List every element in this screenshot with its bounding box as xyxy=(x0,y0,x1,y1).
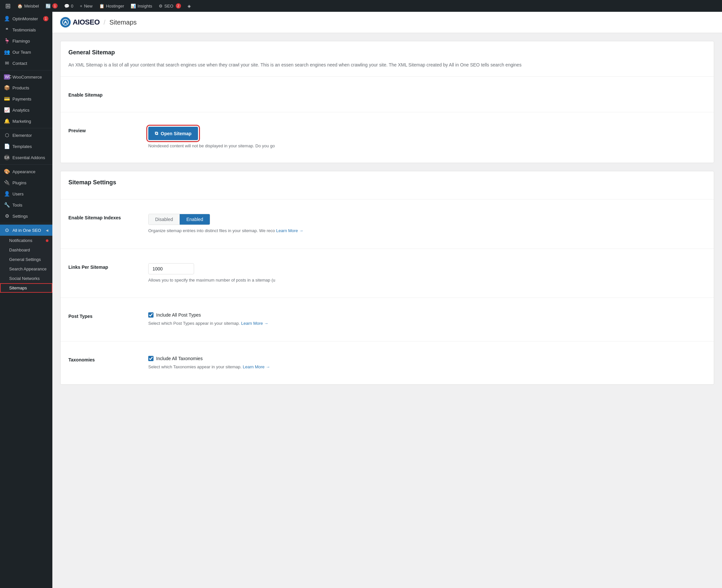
submenu-social-networks[interactable]: Social Networks xyxy=(0,274,52,283)
post-types-label: Post Types xyxy=(68,312,141,319)
main-content: AIOSEO / Sitemaps General Sitemap An XML… xyxy=(52,12,722,588)
sitemap-indexes-learn-more[interactable]: Learn More → xyxy=(276,228,303,233)
enable-sitemap-label: Enable Sitemap xyxy=(68,91,141,98)
woocommerce-icon: WC xyxy=(4,74,10,80)
sitemap-indexes-disabled-button[interactable]: Disabled xyxy=(149,214,180,225)
plugins-icon: 🔌 xyxy=(4,180,10,186)
submenu-search-appearance[interactable]: Search Appearance xyxy=(0,264,52,274)
preview-row: Preview ⧉ Open Sitemap Noindexed content… xyxy=(68,120,706,155)
links-per-sitemap-row: Links Per Sitemap Allows you to specify … xyxy=(68,257,706,290)
adminbar-wp-logo[interactable]: ⊞ xyxy=(3,0,14,12)
sidebar-item-elementor[interactable]: ⬡ Elementor xyxy=(0,130,52,141)
submenu-notifications[interactable]: Notifications xyxy=(0,236,52,245)
adminbar-updates[interactable]: 🔄 1 xyxy=(43,0,60,12)
submenu-general-settings[interactable]: General Settings xyxy=(0,255,52,264)
sidebar-item-payments[interactable]: 💳 Payments xyxy=(0,93,52,104)
taxonomies-checkbox[interactable] xyxy=(148,356,153,361)
sidebar-item-tools[interactable]: 🔧 Tools xyxy=(0,200,52,211)
links-per-sitemap-description: Allows you to specify the maximum number… xyxy=(148,277,706,284)
taxonomies-label: Taxonomies xyxy=(68,356,141,362)
general-sitemap-title: General Sitemap xyxy=(68,49,706,56)
page-title: Sitemaps xyxy=(109,19,136,26)
testimonials-icon: ❝ xyxy=(4,27,10,33)
adminbar-site-name[interactable]: 🏠 Meisbel xyxy=(15,0,42,12)
appearance-icon: 🎨 xyxy=(4,169,10,174)
adminbar-comments[interactable]: 💬 0 xyxy=(62,0,76,12)
sitemap-indexes-description: Organize sitemap entries into distinct f… xyxy=(148,228,706,234)
marketing-icon: 🔔 xyxy=(4,118,10,124)
taxonomies-row: Taxonomies Include All Taxonomies Select… xyxy=(68,349,706,377)
elementor-icon: ⬡ xyxy=(4,132,10,138)
submenu-sitemaps[interactable]: Sitemaps xyxy=(0,283,52,293)
post-types-checkbox-label: Include All Post Types xyxy=(156,312,201,318)
essential-addons-icon: EA xyxy=(4,154,10,161)
sidebar: 👤 OptinMonster 1 ❝ Testimonials 🦩 Flamin… xyxy=(0,12,52,588)
submenu-dashboard[interactable]: Dashboard xyxy=(0,245,52,255)
flamingo-icon: 🦩 xyxy=(4,38,10,44)
tools-icon: 🔧 xyxy=(4,202,10,208)
sitemap-indexes-label: Enable Sitemap Indexes xyxy=(68,214,141,220)
taxonomies-checkbox-row: Include All Taxonomies xyxy=(148,356,706,361)
aioseo-logo: AIOSEO xyxy=(60,17,100,27)
post-types-checkbox-row: Include All Post Types xyxy=(148,312,706,318)
aioseo-logo-icon xyxy=(60,17,71,27)
aioseo-icon: ⊙ xyxy=(4,227,10,233)
sidebar-item-optinmonster[interactable]: 👤 OptinMonster 1 xyxy=(0,13,52,24)
preview-note: Noindexed content will not be displayed … xyxy=(148,143,706,148)
preview-label: Preview xyxy=(68,127,141,133)
general-sitemap-card: General Sitemap An XML Sitemap is a list… xyxy=(60,41,714,163)
sidebar-item-testimonials[interactable]: ❝ Testimonials xyxy=(0,24,52,35)
post-types-row: Post Types Include All Post Types Select… xyxy=(68,306,706,333)
settings-icon: ⚙ xyxy=(4,213,10,219)
sidebar-item-our-team[interactable]: 👥 Our Team xyxy=(0,46,52,58)
optinmonster-icon: 👤 xyxy=(4,16,10,22)
sidebar-item-woocommerce[interactable]: WC WooCommerce xyxy=(0,72,52,82)
adminbar-seo[interactable]: ⚙ SEO 2 xyxy=(156,0,183,12)
sidebar-item-essential-addons[interactable]: EA Essential Addons xyxy=(0,152,52,163)
post-types-checkbox[interactable] xyxy=(148,312,153,318)
sidebar-item-marketing[interactable]: 🔔 Marketing xyxy=(0,115,52,127)
sidebar-item-flamingo[interactable]: 🦩 Flamingo xyxy=(0,35,52,46)
adminbar-diamond[interactable]: ◈ xyxy=(185,0,193,12)
contact-icon: ✉ xyxy=(4,60,10,66)
general-sitemap-description: An XML Sitemap is a list of all your con… xyxy=(68,61,706,68)
users-icon: 👤 xyxy=(4,191,10,197)
sidebar-item-templates[interactable]: 📄 Templates xyxy=(0,141,52,152)
notification-dot xyxy=(46,239,48,242)
sidebar-item-products[interactable]: 📦 Products xyxy=(0,82,52,93)
sitemap-indexes-enabled-button[interactable]: Enabled xyxy=(180,214,210,225)
admin-bar: ⊞ 🏠 Meisbel 🔄 1 💬 0 + New 📋 Hostinger 📊 … xyxy=(0,0,722,12)
sidebar-item-all-in-one-seo[interactable]: ⊙ All in One SEO ◀ xyxy=(0,225,52,236)
header-divider: / xyxy=(104,19,106,26)
analytics-icon: 📈 xyxy=(4,107,10,113)
external-link-icon: ⧉ xyxy=(155,131,158,136)
links-per-sitemap-label: Links Per Sitemap xyxy=(68,263,141,270)
taxonomies-description: Select which Taxonomies appear in your s… xyxy=(148,364,706,370)
sitemap-indexes-toggle-group: Disabled Enabled xyxy=(148,214,210,225)
adminbar-insights[interactable]: 📊 Insights xyxy=(128,0,155,12)
taxonomies-checkbox-label: Include All Taxonomies xyxy=(156,356,203,361)
sitemap-settings-title: Sitemap Settings xyxy=(68,179,706,186)
team-icon: 👥 xyxy=(4,49,10,55)
adminbar-new[interactable]: + New xyxy=(77,0,95,12)
post-types-description: Select which Post Types appear in your s… xyxy=(148,320,706,327)
page-header: AIOSEO / Sitemaps xyxy=(52,12,722,33)
taxonomies-learn-more[interactable]: Learn More → xyxy=(243,364,270,369)
products-icon: 📦 xyxy=(4,85,10,91)
links-per-sitemap-input[interactable] xyxy=(148,263,194,274)
adminbar-hostinger[interactable]: 📋 Hostinger xyxy=(97,0,127,12)
sidebar-item-contact[interactable]: ✉ Contact xyxy=(0,58,52,69)
svg-point-0 xyxy=(63,19,68,25)
sidebar-item-analytics[interactable]: 📈 Analytics xyxy=(0,104,52,115)
sidebar-item-users[interactable]: 👤 Users xyxy=(0,188,52,200)
templates-icon: 📄 xyxy=(4,143,10,149)
sitemap-settings-card: Sitemap Settings Enable Sitemap Indexes … xyxy=(60,171,714,385)
post-types-learn-more[interactable]: Learn More → xyxy=(241,321,268,326)
enable-sitemap-row: Enable Sitemap xyxy=(68,84,706,104)
sitemap-indexes-row: Enable Sitemap Indexes Disabled Enabled … xyxy=(68,207,706,240)
sidebar-item-appearance[interactable]: 🎨 Appearance xyxy=(0,166,52,177)
open-sitemap-button[interactable]: ⧉ Open Sitemap xyxy=(148,127,198,140)
sidebar-item-plugins[interactable]: 🔌 Plugins xyxy=(0,177,52,188)
payments-icon: 💳 xyxy=(4,96,10,102)
sidebar-item-settings[interactable]: ⚙ Settings xyxy=(0,211,52,222)
